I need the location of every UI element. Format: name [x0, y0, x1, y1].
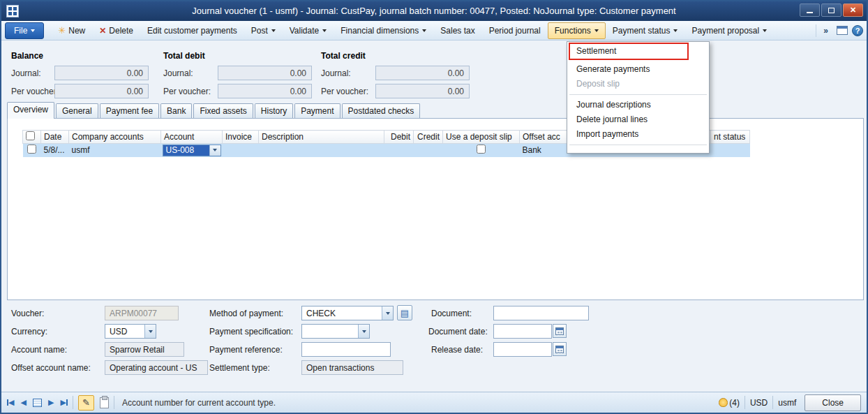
currency-combo[interactable]: USD	[105, 324, 156, 339]
total-debit-heading: Total debit	[163, 51, 205, 61]
tab-postdated-checks[interactable]: Postdated checks	[342, 103, 421, 119]
release-date-field[interactable]	[493, 342, 552, 357]
tab-payment-fee[interactable]: Payment fee	[100, 103, 159, 119]
use-deposit-slip-checkbox[interactable]	[477, 145, 486, 154]
functions-menu-button[interactable]: Functions	[548, 22, 606, 39]
account-cell-combo[interactable]: US-008	[163, 145, 221, 156]
column-header-account[interactable]: Account	[161, 131, 223, 144]
menu-item-generate-payments[interactable]: Generate payments	[568, 62, 708, 77]
credit-per-voucher-field: 0.00	[375, 84, 470, 98]
statusbar-currency: USD	[750, 398, 768, 408]
chevron-down-icon[interactable]	[144, 325, 156, 338]
edit-record-button[interactable]: ✎	[78, 395, 94, 411]
offset-account-name-field: Operating account - US	[105, 360, 208, 375]
close-window-button[interactable]: ✕	[843, 3, 863, 17]
chevron-down-icon[interactable]	[382, 306, 393, 320]
maximize-button[interactable]	[821, 3, 841, 17]
column-header-debit[interactable]: Debit	[384, 131, 414, 144]
close-button[interactable]: Close	[805, 394, 861, 411]
method-of-payment-label: Method of payment:	[209, 309, 283, 318]
file-menu-button[interactable]: File	[5, 22, 44, 39]
balance-per-voucher-field: 0.00	[54, 84, 149, 98]
debit-per-voucher-label: Per voucher:	[163, 87, 211, 96]
menu-item-journal-descriptions[interactable]: Journal descriptions	[568, 98, 708, 112]
payment-status-menu-button[interactable]: Payment status	[606, 22, 685, 39]
first-record-button[interactable]: ◀	[7, 398, 14, 407]
cell-description[interactable]	[259, 144, 384, 157]
method-of-payment-combo[interactable]: CHECK	[301, 306, 394, 320]
period-journal-button[interactable]: Period journal	[482, 22, 548, 39]
grid-view-icon[interactable]	[33, 399, 42, 407]
window-title: Journal voucher (1 - usmf) - Journal: Cu…	[1, 6, 867, 16]
alerts-bell-icon[interactable]	[719, 398, 728, 407]
balance-journal-field: 0.00	[54, 66, 149, 80]
select-all-checkbox[interactable]	[26, 131, 35, 140]
column-header-credit[interactable]: Credit	[414, 131, 443, 144]
credit-journal-label: Journal:	[321, 68, 351, 78]
delete-button[interactable]: ✕ Delete	[92, 22, 140, 39]
tab-history[interactable]: History	[255, 103, 293, 119]
document-date-field[interactable]	[493, 324, 552, 339]
overview-tab-panel: Date Company accounts Account Invoice De…	[7, 118, 864, 300]
menu-item-settlement[interactable]: Settlement	[568, 44, 708, 59]
sales-tax-button[interactable]: Sales tax	[433, 22, 481, 39]
column-header-invoice[interactable]: Invoice	[223, 131, 259, 144]
cell-credit[interactable]	[414, 144, 443, 157]
balance-per-voucher-label: Per voucher:	[11, 87, 59, 96]
column-header-use-a-deposit-slip[interactable]: Use a deposit slip	[443, 131, 520, 144]
chevron-down-icon	[31, 29, 35, 32]
tab-bank[interactable]: Bank	[160, 103, 192, 119]
cell-date[interactable]: 5/8/...	[41, 144, 69, 157]
minimize-button[interactable]	[800, 3, 820, 17]
currency-value: USD	[105, 325, 144, 338]
menu-item-delete-journal-lines[interactable]: Delete journal lines	[568, 112, 708, 127]
tab-overview[interactable]: Overview	[7, 102, 54, 119]
alerts-count[interactable]: (4)	[729, 398, 740, 408]
column-header-description[interactable]: Description	[259, 131, 384, 144]
previous-record-button[interactable]: ◀	[20, 398, 26, 407]
statusbar-company[interactable]: usmf	[778, 398, 796, 408]
row-select-checkbox[interactable]	[27, 145, 36, 154]
release-date-label: Release date:	[431, 345, 483, 355]
edit-customer-payments-button[interactable]: Edit customer payments	[140, 22, 244, 39]
new-button[interactable]: ✳ New	[51, 22, 92, 39]
toolbar: File ✳ New ✕ Delete Edit customer paymen…	[1, 21, 867, 40]
method-of-payment-lookup-button[interactable]: ▤	[397, 305, 412, 320]
cell-debit[interactable]	[384, 144, 414, 157]
last-record-button[interactable]: ▶	[60, 398, 67, 407]
balance-journal-label: Journal:	[11, 68, 41, 78]
column-header-company-accounts[interactable]: Company accounts	[69, 131, 161, 144]
chevron-down-icon[interactable]	[358, 325, 369, 338]
payment-reference-field[interactable]	[301, 342, 391, 357]
column-header-payment-status[interactable]: nt status	[711, 131, 750, 144]
column-header-date[interactable]: Date	[41, 131, 69, 144]
help-icon[interactable]: ?	[852, 25, 863, 36]
cell-invoice[interactable]	[223, 144, 259, 157]
payment-proposal-menu-button[interactable]: Payment proposal	[684, 22, 774, 39]
document-field[interactable]	[493, 306, 589, 320]
layout-icon[interactable]	[837, 26, 848, 35]
chevron-down-icon[interactable]	[209, 145, 220, 156]
cell-payment-status[interactable]	[711, 144, 750, 157]
payment-specification-combo[interactable]	[301, 324, 370, 339]
payment-specification-label: Payment specification:	[209, 327, 293, 337]
financial-dimensions-menu-button[interactable]: Financial dimensions	[334, 22, 433, 39]
document-date-calendar-button[interactable]	[553, 324, 567, 338]
menu-item-import-payments[interactable]: Import payments	[568, 127, 708, 142]
release-date-calendar-button[interactable]	[553, 342, 567, 356]
tab-general[interactable]: General	[56, 103, 98, 119]
post-menu-button[interactable]: Post	[244, 22, 283, 39]
toolbar-overflow-button[interactable]: »	[819, 24, 832, 37]
status-message: Account number for current account type.	[122, 398, 276, 408]
statusbar-separator	[744, 396, 745, 409]
validate-menu-button[interactable]: Validate	[283, 22, 334, 39]
functions-dropdown-menu: Settlement Generate payments Deposit sli…	[567, 41, 710, 154]
paste-icon[interactable]	[100, 397, 109, 408]
account-name-field: Sparrow Retail	[105, 342, 184, 357]
next-record-button[interactable]: ▶	[48, 398, 54, 407]
menu-separator	[569, 145, 707, 145]
cell-company-accounts[interactable]: usmf	[69, 144, 161, 157]
credit-journal-field: 0.00	[375, 66, 470, 80]
tab-fixed-assets[interactable]: Fixed assets	[193, 103, 253, 119]
tab-payment[interactable]: Payment	[294, 103, 340, 119]
